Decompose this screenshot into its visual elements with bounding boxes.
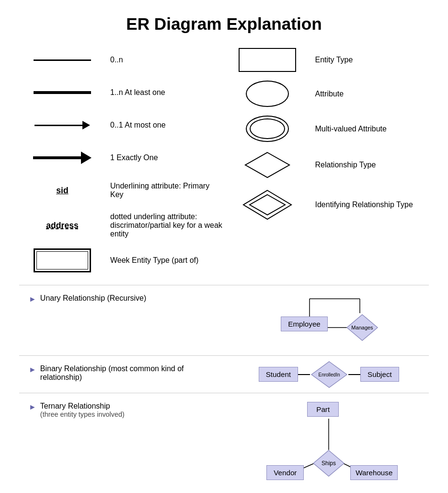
thick-arrow-head [81,152,92,164]
sid-text: sid [56,186,68,196]
diamond-symbol [224,151,310,179]
thick-line [34,91,91,94]
unary-diagram: Employee Manages [271,289,386,352]
binary-left: ► Binary Relationship (most common kind … [19,360,219,389]
label-weak: Week Entity Type (part of) [105,256,224,265]
multi-ellipse-symbol [224,116,310,142]
address-line1: dotted underling attribute: [110,212,224,221]
label-sid: Underlining attribute: Primary Key [105,182,224,199]
attribute-ellipse [246,81,289,107]
binary-header: ► Binary Relationship (most common kind … [29,364,219,382]
binary-diagram: Student EnrolledIn Subject [259,360,399,389]
double-diamond-symbol [224,188,310,222]
legend-item-entity: Entity Type [224,48,429,72]
part-entity: Part [307,402,339,417]
ternary-subtitle: (three entity types involved) [40,411,125,418]
thin-arrow [34,121,90,129]
divider-1 [19,285,429,285]
legend-item-1: 1 Exactly One [19,146,224,170]
label-01: 0..1 At most one [105,121,224,129]
label-0n: 0..n [105,56,224,64]
sid-symbol: sid [19,186,105,196]
ternary-section: ► Ternary Relationship (three entity typ… [19,397,429,493]
thick-arrow-shaft [33,156,81,159]
manages-diamond-container: Manages [345,313,379,344]
divider-3 [19,393,429,393]
arrow-head [82,121,90,129]
binary-diagram-container: Student EnrolledIn Subject [229,360,429,389]
legend-item-1n: 1..n At least one [19,81,224,105]
legend-item-multi-attr: Multi-valued Attribute [224,116,429,142]
unary-diagram-container: Employee Manages [229,289,429,352]
legend-item-address: address dotted underling attribute: disc… [19,211,224,240]
ternary-diagram: Part Ships Vendor Warehouse [262,397,396,493]
thin-line [34,59,91,61]
identifying-diamond [241,188,294,222]
ternary-left: ► Ternary Relationship (three entity typ… [19,397,219,493]
weak-entity-symbol [19,248,105,272]
legend-item-identifying: Identifying Relationship Type [224,188,429,222]
bullet-arrow-binary: ► [29,365,36,374]
ships-diamond-container: Ships [312,449,345,480]
manages-label: Manages [352,325,374,330]
thin-arrow-symbol [19,121,105,129]
unary-section: ► Unary Relationship (Recursive) Employe… [19,289,429,352]
inner-rect [36,251,88,270]
ternary-diagram-container: Part Ships Vendor Warehouse [229,397,429,493]
bullet-arrow-unary: ► [29,295,36,304]
part-label: Part [316,405,330,413]
binary-title-text: Binary Relationship (most common kind of… [40,364,184,381]
ships-diamond-svg: Ships [312,449,345,478]
vendor-label: Vendor [274,469,297,477]
inner-ellipse [250,118,285,139]
unary-left: ► Unary Relationship (Recursive) [19,289,219,352]
legend-item-attribute: Attribute [224,81,429,107]
address-line2: discrimator/partial key for a weak entit… [110,221,224,238]
legend-item-weak: Week Entity Type (part of) [19,248,224,272]
connector-left [298,374,310,375]
label-relationship: Relationship Type [310,161,429,169]
student-entity: Student [259,367,298,382]
legend-item-relationship: Relationship Type [224,151,429,179]
student-label: Student [266,370,291,378]
binary-title: Binary Relationship (most common kind of… [40,364,219,382]
address-text: address [46,221,78,231]
vendor-entity: Vendor [266,465,304,480]
legend-grid: 0..n 1..n At least one 0..1 At most one [19,48,429,281]
label-address: dotted underling attribute: discrimator/… [105,212,224,238]
warehouse-entity: Warehouse [350,465,398,480]
employee-label: Employee [288,320,321,328]
svg-text:Ships: Ships [322,460,336,467]
multi-valued-ellipse [246,116,289,142]
label-1: 1 Exactly One [105,153,224,162]
legend-left: 0..n 1..n At least one 0..1 At most one [19,48,224,281]
label-1n: 1..n At least one [105,88,224,97]
weak-entity-shape [34,248,91,272]
thick-line-symbol [19,91,105,94]
ellipse-symbol [224,81,310,107]
unary-header: ► Unary Relationship (Recursive) [29,294,219,304]
relationship-diamond [243,151,291,179]
enrolledin-diamond: EnrolledIn [310,360,348,389]
manages-diamond-svg: Manages [345,313,379,342]
thick-arrow [33,152,92,164]
label-identifying: Identifying Relationship Type [310,200,429,209]
connector-right [348,374,360,375]
arrow-shaft [34,125,82,126]
label-multi-attr: Multi-valued Attribute [310,125,429,133]
legend-item-01: 0..1 At most one [19,113,224,137]
thick-arrow-symbol [19,152,105,164]
employee-entity: Employee [281,317,328,331]
label-attribute: Attribute [310,90,429,98]
page-title: ER Diagram Explanation [19,14,429,34]
legend-item-sid: sid Underlining attribute: Primary Key [19,178,224,202]
binary-section: ► Binary Relationship (most common kind … [19,360,429,389]
warehouse-label: Warehouse [356,469,392,477]
bullet-arrow-ternary: ► [29,403,36,411]
svg-marker-0 [245,153,289,177]
entity-type-box [239,48,296,72]
subject-label: Subject [368,370,392,378]
thin-line-symbol [19,59,105,61]
ternary-title: Ternary Relationship [40,402,125,411]
divider-2 [19,355,429,356]
